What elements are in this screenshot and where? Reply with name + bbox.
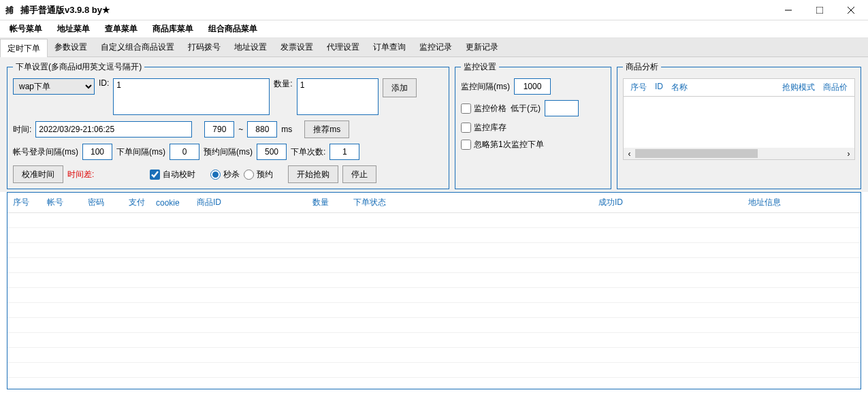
add-button[interactable]: 添加 <box>383 78 417 97</box>
maximize-button[interactable] <box>804 0 835 20</box>
col-product-id[interactable]: 商品ID <box>191 193 307 213</box>
order-mode-select[interactable]: wap下单 <box>13 78 95 95</box>
qty-label: 数量: <box>274 78 292 90</box>
titlebar: 捕 捕手普通版v3.9.8 by★ <box>0 0 868 20</box>
table-row[interactable] <box>7 348 861 363</box>
table-row[interactable] <box>7 273 861 288</box>
table-row[interactable] <box>7 363 861 378</box>
monitor-settings-group: 监控设置 监控间隔(ms) 监控价格 低于(元) 监控库存 忽略第1次监控下单 <box>455 61 611 189</box>
minimize-button[interactable] <box>773 0 804 20</box>
menubar: 帐号菜单 地址菜单 查单菜单 商品库菜单 组合商品菜单 <box>0 20 868 38</box>
analyze-col-name[interactable]: 名称 <box>667 82 692 93</box>
id-label: ID: <box>99 78 109 88</box>
col-account[interactable]: 帐号 <box>42 193 82 213</box>
analyze-col-id[interactable]: ID <box>651 82 667 93</box>
auto-calibrate-checkbox[interactable]: 自动校时 <box>150 169 195 180</box>
table-row[interactable] <box>7 213 861 228</box>
app-icon: 捕 <box>5 5 16 16</box>
col-password[interactable]: 密码 <box>82 193 123 213</box>
scroll-left-icon[interactable]: ‹ <box>624 148 635 159</box>
recommend-ms-button[interactable]: 推荐ms <box>304 120 349 138</box>
tab-proxy-settings[interactable]: 代理设置 <box>320 38 366 57</box>
order-interval-input[interactable] <box>170 144 199 160</box>
start-button[interactable]: 开始抢购 <box>288 165 338 183</box>
tab-order-query[interactable]: 订单查询 <box>366 38 413 57</box>
order-settings-legend: 下单设置(多商品id用英文逗号隔开) <box>13 61 144 73</box>
window-title: 捕手普通版v3.9.8 by★ <box>20 4 110 16</box>
tab-update-log[interactable]: 更新记录 <box>459 38 505 57</box>
menu-orderquery[interactable]: 查单菜单 <box>101 20 142 37</box>
below-label: 低于(元) <box>511 103 541 114</box>
time-diff-label: 时间差: <box>67 169 94 180</box>
tab-invoice-settings[interactable]: 发票设置 <box>274 38 320 57</box>
svg-rect-1 <box>816 7 823 14</box>
chk-monitor-price[interactable]: 监控价格 <box>461 103 507 114</box>
chk-monitor-stock[interactable]: 监控库存 <box>461 122 507 133</box>
radio-reserve[interactable]: 预约 <box>244 169 273 180</box>
analyze-col-seq[interactable]: 序号 <box>626 82 651 93</box>
menu-product-lib[interactable]: 商品库菜单 <box>148 20 197 37</box>
col-order-status[interactable]: 下单状态 <box>348 193 593 213</box>
calibrate-time-button[interactable]: 校准时间 <box>13 165 63 183</box>
col-pay[interactable]: 支付 <box>123 193 150 213</box>
tab-timed-order[interactable]: 定时下单 <box>0 39 48 57</box>
table-row[interactable] <box>7 318 861 333</box>
login-interval-input[interactable] <box>82 144 112 160</box>
analyze-legend: 商品分析 <box>623 61 661 73</box>
order-interval-label: 下单间隔(ms) <box>116 146 165 158</box>
col-success-id[interactable]: 成功ID <box>593 193 743 213</box>
reserve-interval-input[interactable] <box>257 144 287 160</box>
main-table: 序号 帐号 密码 支付 cookie 商品ID 数量 下单状态 成功ID 地址信… <box>7 192 861 389</box>
time-input[interactable] <box>35 121 192 138</box>
reserve-interval-label: 预约间隔(ms) <box>204 146 253 158</box>
radio-seckill[interactable]: 秒杀 <box>210 169 240 180</box>
tab-monitor-log[interactable]: 监控记录 <box>413 38 459 57</box>
order-count-label: 下单次数: <box>291 146 325 158</box>
ms-unit: ms <box>281 125 292 134</box>
product-analyze-group: 商品分析 序号 ID 名称 抢购模式 商品价 ‹ › <box>617 61 861 189</box>
menu-address[interactable]: 地址菜单 <box>53 20 94 37</box>
table-row[interactable] <box>7 303 861 318</box>
tabbar: 定时下单 参数设置 自定义组合商品设置 打码拨号 地址设置 发票设置 代理设置 … <box>0 38 868 57</box>
table-row[interactable] <box>7 228 861 243</box>
menu-combo-product[interactable]: 组合商品菜单 <box>204 20 261 37</box>
tab-address-settings[interactable]: 地址设置 <box>227 38 274 57</box>
time-label: 时间: <box>13 124 31 135</box>
close-button[interactable] <box>835 0 867 20</box>
below-input[interactable] <box>545 100 579 116</box>
analyze-table: 序号 ID 名称 抢购模式 商品价 ‹ › <box>623 78 855 160</box>
ms-to-input[interactable] <box>247 121 277 138</box>
menu-account[interactable]: 帐号菜单 <box>5 20 46 37</box>
order-count-input[interactable] <box>329 144 359 160</box>
table-row[interactable] <box>7 258 861 273</box>
login-interval-label: 帐号登录间隔(ms) <box>13 146 78 158</box>
table-row[interactable] <box>7 288 861 303</box>
table-row[interactable] <box>7 333 861 348</box>
col-qty[interactable]: 数量 <box>307 193 348 213</box>
tab-param-settings[interactable]: 参数设置 <box>48 38 94 57</box>
monitor-interval-input[interactable] <box>514 78 551 95</box>
id-input[interactable]: 1 <box>113 78 270 115</box>
ms-sep: ~ <box>238 125 243 134</box>
order-settings-group: 下单设置(多商品id用英文逗号隔开) wap下单 ID: 1 数量: 1 添加 … <box>7 61 449 189</box>
monitor-interval-label: 监控间隔(ms) <box>461 81 510 93</box>
ms-from-input[interactable] <box>204 121 234 138</box>
tab-captcha-dial[interactable]: 打码拨号 <box>181 38 227 57</box>
scroll-right-icon[interactable]: › <box>843 148 854 159</box>
qty-input[interactable]: 1 <box>297 78 379 115</box>
stop-button[interactable]: 停止 <box>342 165 376 183</box>
tab-custom-combo[interactable]: 自定义组合商品设置 <box>94 38 181 57</box>
table-row[interactable] <box>7 243 861 258</box>
chk-ignore-first[interactable]: 忽略第1次监控下单 <box>461 139 544 150</box>
monitor-legend: 监控设置 <box>461 61 499 73</box>
analyze-col-price[interactable]: 商品价 <box>819 82 852 93</box>
col-address-info[interactable]: 地址信息 <box>743 193 861 213</box>
col-seq[interactable]: 序号 <box>7 193 42 213</box>
analyze-hscroll[interactable]: ‹ › <box>624 148 854 159</box>
col-cookie[interactable]: cookie <box>150 193 191 213</box>
analyze-col-mode[interactable]: 抢购模式 <box>778 82 819 93</box>
